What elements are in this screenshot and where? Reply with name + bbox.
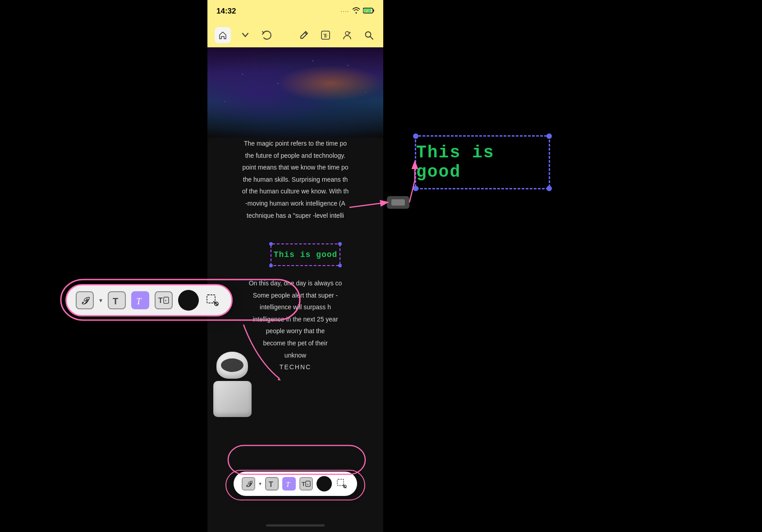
lt-italic-active[interactable]: 𝒯 (76, 291, 94, 309)
book-text-paragraph1: The magic point refers to the time po th… (207, 128, 383, 230)
lt-select-tool[interactable] (204, 291, 222, 309)
handle-dot-tl (269, 242, 273, 246)
svg-line-10 (370, 37, 373, 39)
large-handle-dot-tr (546, 133, 552, 139)
toolbar-text-purple[interactable]: T (282, 477, 296, 491)
svg-text:T: T (136, 296, 142, 306)
galaxy-image (207, 47, 383, 138)
large-handle-dot-br (546, 186, 552, 191)
toolbar-color-black[interactable] (317, 476, 332, 491)
lt-text-purple[interactable]: T (131, 291, 149, 309)
battery-icon: ⚡ (363, 7, 374, 15)
home-button[interactable] (215, 27, 231, 43)
page-content: The magic point refers to the time po th… (207, 47, 383, 532)
lt-chevron[interactable]: ▾ (99, 297, 102, 304)
svg-line-28 (409, 180, 415, 202)
svg-rect-17 (337, 479, 344, 486)
undo-icon[interactable] (260, 28, 274, 42)
svg-text:𝒯: 𝒯 (246, 480, 252, 488)
search-icon[interactable] (362, 28, 376, 42)
toolbar-select-tool[interactable] (335, 477, 349, 491)
signal-dots: ···· (341, 9, 349, 14)
pencil-icon[interactable] (297, 28, 311, 42)
connector-inner (391, 199, 405, 206)
robot-head (216, 352, 248, 379)
small-annotation-text: This is good (274, 250, 338, 259)
large-text-toolbar: 𝒯 ▾ T T T + (65, 284, 233, 316)
svg-text:+: + (307, 482, 309, 486)
svg-text:T: T (302, 481, 305, 487)
large-text-annotation-box[interactable]: This is good (415, 135, 550, 189)
toolbar-text-plain[interactable]: T (265, 477, 279, 491)
svg-text:T: T (158, 297, 163, 304)
lt-text-plain[interactable]: T (108, 291, 126, 309)
lt-color-black[interactable] (178, 290, 199, 311)
small-text-annotation-box[interactable]: This is good (271, 243, 340, 266)
connector-box (387, 196, 409, 209)
handle-dot-tr (338, 242, 342, 246)
home-indicator (266, 524, 325, 527)
svg-rect-2 (373, 9, 374, 12)
svg-text:𝒯: 𝒯 (81, 295, 90, 306)
large-annotation-text: This is good (416, 143, 549, 182)
dropdown-chevron-icon[interactable] (238, 28, 252, 42)
toolbar-chevron[interactable]: ▾ (259, 481, 262, 487)
toolbar-text-box[interactable]: T + (299, 477, 313, 491)
status-time: 14:32 (216, 7, 236, 16)
large-handle-dot-tl (413, 133, 418, 139)
person-icon[interactable]: + (340, 28, 354, 42)
wifi-icon (352, 7, 360, 15)
handle-dot-br (338, 264, 342, 267)
svg-text:T: T (269, 481, 273, 488)
svg-text:⚡: ⚡ (365, 9, 369, 13)
handle-dot-bl (269, 264, 273, 267)
lt-text-box[interactable]: T + (155, 291, 173, 309)
bottom-text-toolbar: 𝒯 ▾ T T T + (234, 472, 357, 496)
svg-text:r: r (326, 34, 327, 38)
text-format-icon[interactable]: T r (318, 28, 333, 42)
svg-text:+: + (349, 31, 351, 35)
large-handle-dot-bl (413, 186, 418, 191)
robot-image (207, 334, 275, 433)
svg-text:T: T (286, 481, 290, 488)
svg-text:+: + (165, 298, 167, 303)
phone-frame: 14:32 ···· ⚡ (207, 0, 383, 532)
toolbar-italic-active[interactable]: 𝒯 (242, 477, 255, 491)
app-toolbar: T r + (207, 23, 383, 47)
status-bar: 14:32 ···· ⚡ (207, 0, 383, 23)
status-icons: ···· ⚡ (341, 7, 374, 15)
robot-body (213, 381, 252, 417)
svg-text:T: T (113, 296, 118, 306)
